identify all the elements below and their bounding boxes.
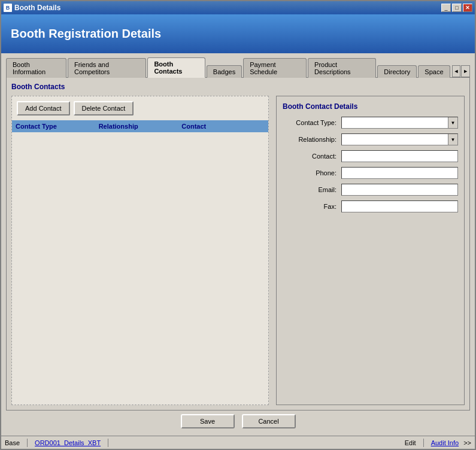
window-title: Booth Details (14, 4, 60, 12)
tabs-bar: Booth Information Friends and Competitor… (6, 57, 470, 77)
fax-input[interactable] (341, 200, 458, 212)
tab-nav-left[interactable]: ◄ (452, 65, 461, 77)
column-header-relationship: Relationship (99, 123, 182, 130)
contact-label: Contact: (283, 153, 336, 160)
status-divider-2 (108, 439, 108, 447)
tab-product-descriptions[interactable]: Product Descriptions (308, 58, 376, 78)
column-header-contact-type: Contact Type (16, 123, 99, 130)
fax-label: Fax: (283, 203, 336, 210)
page-title: Booth Registration Details (11, 27, 161, 41)
tab-space[interactable]: Space (418, 65, 450, 78)
contacts-right-panel: Booth Contact Details Contact Type: ▼ Re… (276, 96, 465, 405)
status-bar: Base ORD001_Details_XBT Edit Audit Info … (1, 436, 475, 449)
contacts-left-panel: Add Contact Delete Contact Contact Type … (11, 96, 269, 405)
tab-badges[interactable]: Badges (207, 65, 242, 78)
relationship-label: Relationship: (283, 136, 336, 143)
delete-contact-button[interactable]: Delete Contact (74, 101, 134, 115)
email-label: Email: (283, 186, 336, 193)
email-input[interactable] (341, 184, 458, 196)
email-row: Email: (283, 184, 458, 196)
contacts-table-body[interactable] (12, 132, 268, 405)
main-window: B Booth Details _ □ ✕ Booth Registration… (0, 0, 476, 450)
phone-row: Phone: (283, 167, 458, 179)
audit-arrow: >> (463, 439, 471, 446)
audit-info-link[interactable]: Audit Info (431, 439, 459, 446)
contact-row: Contact: (283, 150, 458, 162)
edit-label: Edit (405, 439, 416, 446)
bottom-bar: Save Cancel (6, 411, 470, 432)
main-content: Booth Information Friends and Competitor… (1, 53, 475, 436)
contacts-buttons: Add Contact Delete Contact (12, 96, 268, 120)
tab-directory[interactable]: Directory (377, 65, 417, 78)
phone-label: Phone: (283, 169, 336, 177)
detail-section-title: Booth Contact Details (283, 102, 458, 111)
cancel-button[interactable]: Cancel (242, 414, 296, 428)
phone-input[interactable] (341, 167, 458, 179)
booth-contacts-layout: Add Contact Delete Contact Contact Type … (11, 96, 465, 405)
section-title: Booth Contacts (11, 83, 465, 91)
contacts-table-header: Contact Type Relationship Contact (12, 120, 268, 132)
status-divider-3 (423, 439, 424, 447)
window-icon: B (4, 4, 12, 12)
add-contact-button[interactable]: Add Contact (17, 101, 70, 115)
tab-payment-schedule[interactable]: Payment Schedule (243, 58, 307, 78)
contact-type-label: Contact Type: (283, 119, 336, 126)
title-controls: _ □ ✕ (441, 4, 472, 12)
minimize-button[interactable]: _ (441, 4, 451, 12)
relationship-select-wrapper: ▼ (341, 133, 458, 145)
column-header-contact: Contact (181, 123, 265, 130)
contact-type-select[interactable] (341, 117, 458, 129)
contact-input[interactable] (341, 150, 458, 162)
close-button[interactable]: ✕ (463, 4, 472, 12)
tab-content: Booth Contacts Add Contact Delete Contac… (6, 77, 470, 411)
tab-friends-competitors[interactable]: Friends and Competitors (68, 58, 146, 78)
contact-type-row: Contact Type: ▼ (283, 117, 458, 129)
save-button[interactable]: Save (181, 414, 235, 428)
base-label: Base (5, 439, 20, 446)
maximize-button[interactable]: □ (452, 4, 462, 12)
tab-booth-information[interactable]: Booth Information (6, 58, 66, 78)
relationship-select[interactable] (341, 133, 458, 145)
base-value[interactable]: ORD001_Details_XBT (35, 439, 101, 446)
contact-type-select-wrapper: ▼ (341, 117, 458, 129)
relationship-row: Relationship: ▼ (283, 133, 458, 145)
title-bar: B Booth Details _ □ ✕ (1, 1, 475, 14)
status-divider-1 (27, 439, 28, 447)
title-bar-left: B Booth Details (4, 4, 60, 12)
status-right: Edit Audit Info >> (405, 439, 471, 447)
tab-nav-right[interactable]: ► (461, 65, 470, 77)
tab-booth-contacts[interactable]: Booth Contacts (147, 57, 205, 78)
header-bar: Booth Registration Details (1, 14, 475, 53)
fax-row: Fax: (283, 200, 458, 212)
